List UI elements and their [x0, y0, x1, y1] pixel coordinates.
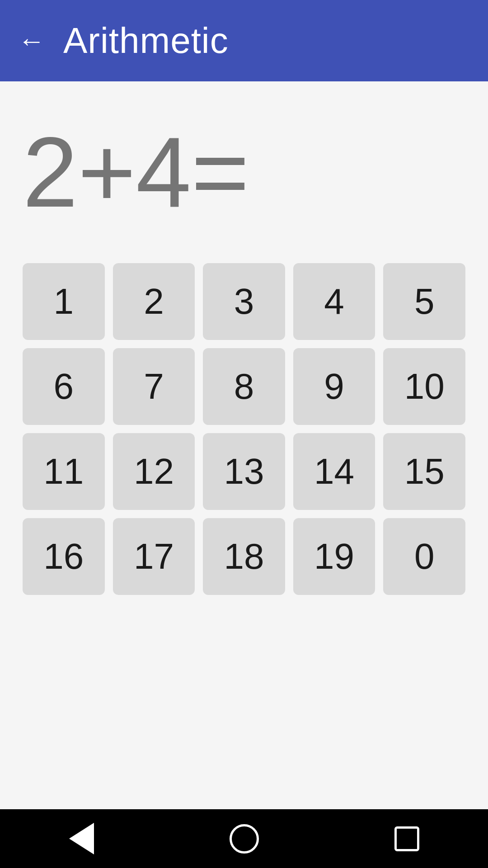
numpad-button-11[interactable]: 11 — [23, 433, 105, 510]
app-title: Arithmetic — [63, 20, 229, 61]
numpad-button-14[interactable]: 14 — [293, 433, 375, 510]
back-triangle-icon — [69, 823, 94, 854]
nav-recents-button[interactable] — [384, 816, 429, 861]
navigation-bar — [0, 809, 488, 868]
numpad-button-13[interactable]: 13 — [203, 433, 285, 510]
numpad-button-8[interactable]: 8 — [203, 348, 285, 425]
numpad-button-12[interactable]: 12 — [113, 433, 195, 510]
numpad-button-17[interactable]: 17 — [113, 518, 195, 595]
home-circle-icon — [230, 824, 259, 854]
numpad-button-3[interactable]: 3 — [203, 263, 285, 340]
numpad-button-18[interactable]: 18 — [203, 518, 285, 595]
numpad-button-15[interactable]: 15 — [383, 433, 465, 510]
main-content: 2+4= 123456789101112131415161718190 — [0, 81, 488, 809]
nav-back-button[interactable] — [59, 816, 104, 861]
numpad-button-10[interactable]: 10 — [383, 348, 465, 425]
numpad-button-19[interactable]: 19 — [293, 518, 375, 595]
equation-text: 2+4= — [23, 118, 465, 227]
numpad-button-1[interactable]: 1 — [23, 263, 105, 340]
numpad-button-0[interactable]: 0 — [383, 518, 465, 595]
nav-home-button[interactable] — [221, 816, 267, 861]
numpad-button-5[interactable]: 5 — [383, 263, 465, 340]
numpad-button-6[interactable]: 6 — [23, 348, 105, 425]
numpad-button-2[interactable]: 2 — [113, 263, 195, 340]
numpad-button-16[interactable]: 16 — [23, 518, 105, 595]
numpad-button-9[interactable]: 9 — [293, 348, 375, 425]
app-bar: ← Arithmetic — [0, 0, 488, 81]
equation-display: 2+4= — [23, 108, 465, 236]
numpad-button-7[interactable]: 7 — [113, 348, 195, 425]
recents-square-icon — [394, 826, 419, 851]
back-button[interactable]: ← — [18, 25, 45, 57]
numpad-button-4[interactable]: 4 — [293, 263, 375, 340]
number-pad: 123456789101112131415161718190 — [23, 263, 465, 595]
